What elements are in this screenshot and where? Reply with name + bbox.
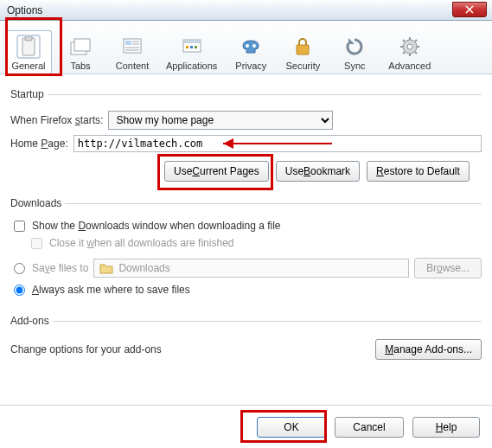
use-bookmark-button[interactable]: Use Bookmark (276, 161, 360, 182)
homepage-label: Home Page: (10, 138, 68, 150)
help-button[interactable]: Help (412, 417, 480, 438)
tabs-icon (68, 35, 93, 59)
tab-label: Applications (166, 61, 217, 71)
tab-privacy[interactable]: Privacy (227, 31, 274, 74)
tab-label: Tabs (70, 61, 90, 71)
tab-label: Sync (344, 61, 365, 71)
close-when-finished-label: Close it when all downloads are finished (49, 237, 233, 249)
tab-label: Security (285, 61, 320, 71)
always-ask-radio[interactable] (14, 285, 25, 296)
close-icon (465, 5, 474, 14)
svg-point-19 (407, 44, 412, 49)
downloads-legend: Downloads (7, 197, 65, 209)
advanced-icon (398, 35, 422, 59)
content-icon (120, 35, 144, 59)
options-toolbar: General Tabs Content Applications Privac… (0, 21, 492, 74)
privacy-icon (239, 35, 263, 59)
content-area: Startup When Firefox starts: Show my hom… (0, 74, 492, 375)
svg-line-26 (415, 40, 417, 42)
dialog-button-bar: OK Cancel Help (0, 405, 492, 448)
sync-icon (342, 35, 367, 59)
downloads-group: Downloads Show the Downloads window when… (10, 197, 482, 303)
svg-rect-12 (186, 46, 188, 48)
svg-line-24 (403, 40, 405, 42)
browse-button: Browse... (414, 258, 482, 278)
tab-label: Advanced (388, 61, 431, 71)
tab-tabs[interactable]: Tabs (57, 31, 104, 74)
general-icon (16, 35, 41, 59)
svg-line-25 (415, 52, 417, 54)
svg-rect-13 (190, 46, 193, 48)
svg-rect-1 (25, 36, 32, 41)
close-button[interactable] (452, 2, 487, 17)
svg-rect-17 (297, 45, 309, 54)
startup-action-select[interactable]: Show my home page (108, 111, 333, 130)
tab-label: Privacy (235, 61, 266, 71)
svg-rect-14 (195, 46, 197, 48)
manage-addons-button[interactable]: Manage Add-ons... (375, 339, 482, 360)
startup-legend: Startup (7, 88, 48, 100)
svg-line-27 (403, 52, 405, 54)
save-files-to-radio[interactable] (14, 263, 25, 274)
applications-icon (180, 35, 204, 59)
tab-applications[interactable]: Applications (161, 31, 222, 74)
tab-content[interactable]: Content (109, 31, 156, 74)
startup-group: Startup When Firefox starts: Show my hom… (10, 88, 482, 183)
svg-point-15 (246, 44, 249, 48)
folder-icon (99, 262, 113, 274)
when-firefox-starts-label: When Firefox starts: (10, 114, 103, 126)
tab-general[interactable]: General (5, 30, 52, 74)
ok-button[interactable]: OK (257, 417, 326, 438)
use-current-pages-button[interactable]: Use Current Pages (164, 161, 269, 182)
cancel-button[interactable]: Cancel (335, 417, 404, 438)
show-downloads-window-checkbox[interactable] (14, 221, 25, 232)
tab-label: General (11, 61, 45, 71)
show-downloads-window-label: Show the Downloads window when downloadi… (32, 220, 281, 232)
homepage-input[interactable] (73, 135, 482, 152)
save-folder-path: Downloads (118, 262, 169, 274)
title-bar: Options (0, 0, 492, 21)
close-when-finished-checkbox (31, 238, 42, 249)
tab-label: Content (116, 61, 150, 71)
tab-advanced[interactable]: Advanced (383, 31, 436, 74)
restore-default-button[interactable]: Restore to Default (367, 161, 470, 182)
addons-group: Add-ons Change options for your add-ons … (10, 315, 482, 368)
svg-rect-3 (74, 39, 90, 51)
window-title: Options (7, 4, 42, 16)
tab-sync[interactable]: Sync (331, 31, 378, 74)
tab-security[interactable]: Security (279, 31, 326, 74)
save-folder-display: Downloads (93, 259, 409, 278)
svg-point-16 (252, 44, 256, 48)
security-icon (291, 35, 315, 59)
always-ask-label: Always ask me where to save files (32, 284, 190, 296)
addons-description: Change options for your add-ons (10, 343, 162, 355)
svg-rect-11 (183, 40, 201, 43)
svg-rect-5 (125, 41, 131, 45)
addons-legend: Add-ons (7, 315, 53, 327)
save-files-to-label: Save files to (32, 262, 88, 274)
